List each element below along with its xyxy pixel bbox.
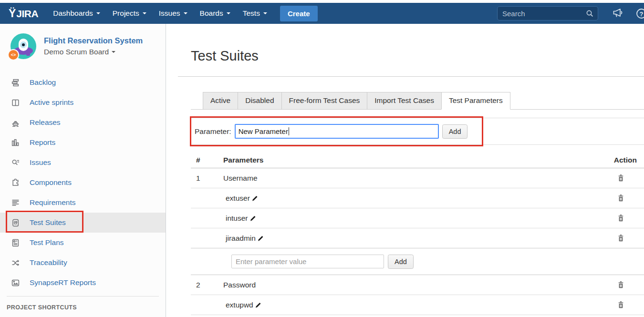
topnav-right: ? bbox=[497, 3, 644, 24]
nav-item-boards[interactable]: Boards bbox=[194, 3, 237, 24]
megaphone-icon[interactable] bbox=[612, 8, 624, 19]
project-header: <> Flight Reservation System Demo Scrum … bbox=[0, 24, 166, 59]
pencil-icon[interactable] bbox=[257, 235, 264, 242]
sidebar-item-active-sprints[interactable]: Active sprints bbox=[0, 92, 166, 112]
components-icon bbox=[11, 179, 20, 187]
chevron-down-icon bbox=[112, 51, 115, 55]
add-parameter-form: Parameter: New Parameter Add bbox=[191, 118, 644, 145]
topnav-menu: Dashboards Projects Issues Boards Tests bbox=[47, 3, 273, 24]
svg-text:?: ? bbox=[640, 10, 644, 17]
pencil-icon[interactable] bbox=[255, 301, 262, 308]
add-value-button[interactable]: Add bbox=[388, 255, 414, 269]
tab-import-test-cases[interactable]: Import Test Cases bbox=[367, 92, 442, 110]
active-sprints-icon bbox=[11, 99, 20, 107]
project-shortcuts-header: PROJECT SHORTCUTS bbox=[7, 304, 166, 311]
sidebar-item-components[interactable]: Components bbox=[0, 173, 166, 193]
parameter-value: jiraadmin bbox=[226, 234, 256, 243]
parameter-row: 1 Username bbox=[191, 168, 644, 188]
search-input[interactable] bbox=[502, 10, 586, 18]
sidebar-item-label: Test Suites bbox=[30, 218, 66, 227]
nav-item-projects[interactable]: Projects bbox=[106, 3, 153, 24]
parameter-name: Password bbox=[223, 281, 256, 289]
parameters-table: # Parameters Action 1 Username extuser bbox=[191, 152, 644, 315]
sidebar-item-test-plans[interactable]: Test Plans bbox=[0, 233, 166, 253]
add-parameter-button[interactable]: Add bbox=[442, 124, 468, 139]
sidebar-menu: Backlog Active sprints Releases Reports … bbox=[0, 72, 166, 293]
tab-test-parameters[interactable]: Test Parameters bbox=[441, 92, 510, 110]
parameter-value-row: extupwd bbox=[191, 295, 644, 315]
parameter-value: extupwd bbox=[226, 301, 253, 309]
sidebar-divider bbox=[7, 296, 159, 297]
board-name-label: Demo Scrum Board bbox=[44, 48, 109, 56]
delete-button[interactable] bbox=[617, 281, 624, 289]
nav-item-dashboards[interactable]: Dashboards bbox=[47, 3, 106, 24]
sidebar-item-reports[interactable]: Reports bbox=[0, 133, 166, 153]
sidebar-item-releases[interactable]: Releases bbox=[0, 112, 166, 133]
project-name-link[interactable]: Flight Reservation System bbox=[44, 36, 143, 45]
search-box[interactable] bbox=[497, 6, 598, 20]
test-plans-icon bbox=[11, 239, 20, 247]
delete-button[interactable] bbox=[617, 234, 624, 242]
pencil-icon[interactable] bbox=[251, 194, 259, 202]
new-parameter-input[interactable]: New Parameter bbox=[235, 124, 439, 139]
trash-icon bbox=[617, 234, 624, 242]
parameter-row: 2 Password bbox=[191, 275, 644, 295]
top-navigation-bar: Ÿ JIRA Dashboards Projects Issues Boards… bbox=[0, 3, 644, 24]
title-divider bbox=[178, 76, 644, 77]
chevron-down-icon bbox=[227, 12, 230, 16]
backlog-icon bbox=[11, 79, 20, 87]
sidebar-item-traceability[interactable]: Traceability bbox=[0, 253, 166, 273]
sidebar-item-requirements[interactable]: Requirements bbox=[0, 193, 166, 213]
sidebar-item-synapsert-reports[interactable]: SynapseRT Reports bbox=[0, 273, 166, 293]
trash-icon bbox=[617, 214, 624, 222]
sidebar-item-label: Requirements bbox=[30, 198, 76, 207]
parameter-value-input[interactable] bbox=[231, 255, 384, 268]
delete-button[interactable] bbox=[617, 174, 624, 182]
nav-item-issues[interactable]: Issues bbox=[153, 3, 194, 24]
project-sidebar: <> Flight Reservation System Demo Scrum … bbox=[0, 24, 166, 317]
parameter-value-row: jiraadmin bbox=[191, 228, 644, 248]
nav-item-label: Tests bbox=[243, 9, 260, 18]
sidebar-item-label: Test Plans bbox=[30, 238, 64, 247]
trash-icon bbox=[617, 194, 624, 202]
parameters-table-body: 1 Username extuser intuser bbox=[191, 168, 644, 315]
parameters-table-header: # Parameters Action bbox=[191, 152, 644, 168]
column-header-action: Action bbox=[592, 156, 644, 164]
nav-item-tests[interactable]: Tests bbox=[237, 3, 273, 24]
parameter-value-row: extuser bbox=[191, 188, 644, 208]
parameter-number: 2 bbox=[191, 281, 223, 289]
chevron-down-icon bbox=[96, 12, 100, 16]
software-project-badge: <> bbox=[8, 49, 19, 61]
parameter-value-row: intuser bbox=[191, 208, 644, 228]
releases-icon bbox=[11, 119, 20, 127]
jira-logo[interactable]: Ÿ JIRA bbox=[9, 7, 38, 20]
create-button[interactable]: Create bbox=[280, 6, 318, 21]
parameter-value: intuser bbox=[226, 214, 248, 223]
parameter-label: Parameter: bbox=[195, 127, 231, 136]
new-parameter-input-value: New Parameter bbox=[239, 127, 288, 135]
project-avatar[interactable]: <> bbox=[10, 33, 36, 59]
sidebar-item-backlog[interactable]: Backlog bbox=[0, 72, 166, 92]
board-switcher[interactable]: Demo Scrum Board bbox=[44, 48, 143, 56]
trash-icon bbox=[617, 174, 624, 182]
sidebar-item-label: Traceability bbox=[30, 258, 67, 267]
nav-item-label: Dashboards bbox=[53, 9, 93, 18]
pencil-icon[interactable] bbox=[249, 215, 257, 222]
sidebar-item-test-suites[interactable]: Test Suites bbox=[0, 213, 166, 233]
main-content: Test Suites ActiveDisabledFree-form Test… bbox=[166, 24, 644, 317]
help-icon[interactable]: ? bbox=[635, 8, 644, 20]
parameter-value: extuser bbox=[226, 194, 250, 203]
sidebar-item-issues[interactable]: Issues bbox=[0, 153, 166, 173]
nav-item-label: Projects bbox=[113, 9, 139, 18]
column-header-parameters: Parameters bbox=[223, 156, 592, 164]
search-icon[interactable] bbox=[586, 10, 594, 18]
tab-free-form-test-cases[interactable]: Free-form Test Cases bbox=[281, 92, 368, 110]
chevron-down-icon bbox=[263, 12, 267, 16]
delete-button[interactable] bbox=[617, 214, 624, 222]
traceability-icon bbox=[11, 259, 20, 267]
tab-active[interactable]: Active bbox=[203, 92, 238, 110]
jira-logo-text: JIRA bbox=[16, 8, 38, 20]
tab-disabled[interactable]: Disabled bbox=[238, 92, 281, 110]
delete-button[interactable] bbox=[617, 194, 624, 202]
delete-button[interactable] bbox=[617, 301, 624, 309]
